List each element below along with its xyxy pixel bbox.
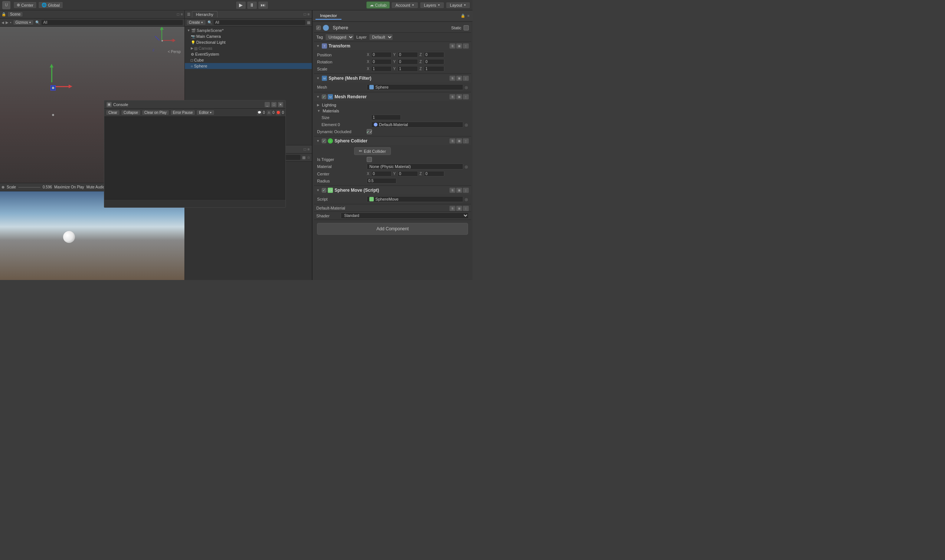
sphere-move-header[interactable]: ▼ ✓ C# Sphere Move (Script) ⎘ ⊞ ⋮ [314,186,471,194]
layer-select[interactable]: Default [369,34,393,40]
lighting-section-header[interactable]: ▶ Lighting [317,102,468,108]
material-header[interactable]: Default-Material ⎘ ⊞ ⋮ [314,205,471,212]
rotation-z-input[interactable] [424,59,444,65]
inspector-tab[interactable]: Inspector [316,12,341,20]
transform-copy-btn[interactable]: ⎘ [450,43,455,49]
collab-button[interactable]: ☁ Collab [366,2,390,9]
sphere-collider-enable-checkbox[interactable]: ✓ [322,139,326,143]
sphere-collider-body: ✏ Edit Collider Is Trigger Material None… [314,145,471,185]
console-error-pause-btn[interactable]: Error Pause [170,110,195,115]
hierarchy-item-cube[interactable]: □ Cube [185,57,312,63]
transform-header[interactable]: ▼ T Transform ⎘ ⊞ ⋮ [314,42,471,50]
center-x-input[interactable] [371,171,392,177]
inspector-header: Inspector 🔒 ≡ [313,11,473,22]
layout-button[interactable]: Layout [446,2,470,9]
element0-value[interactable]: Default-Material [371,122,463,128]
shader-select[interactable]: Standard [341,212,469,219]
rotation-x-input[interactable] [371,59,392,65]
center-z-input[interactable] [424,171,444,177]
position-x-input[interactable] [371,52,392,57]
mesh-filter-copy-btn[interactable]: ⎘ [450,75,455,81]
sphere-collider-copy-btn[interactable]: ⎘ [450,138,455,143]
gizmos-button[interactable]: Gizmos ▼ [13,20,34,25]
materials-size-input[interactable] [371,115,401,120]
mesh-filter-paste-btn[interactable]: ⊞ [456,75,462,81]
hierarchy-item-maincamera[interactable]: 📷 Main Camera [185,33,312,39]
sphere-collider-more-btn[interactable]: ⋮ [463,138,469,143]
scene-search-input[interactable] [41,20,183,25]
position-z-field: Z [419,52,444,57]
rotation-y-input[interactable] [398,59,418,65]
is-trigger-checkbox[interactable] [367,157,372,162]
hierarchy-search-input[interactable] [213,20,306,25]
console-collapse-btn[interactable]: Collapse [121,110,141,115]
hierarchy-filter-icon: ▦ [307,20,310,25]
mesh-filter-header[interactable]: ▼ M Sphere (Mesh Filter) ⎘ ⊞ ⋮ [314,74,471,82]
gizmo-center [162,40,163,42]
materials-section-header[interactable]: ▼ Materials [317,108,468,114]
edit-collider-button[interactable]: ✏ Edit Collider [354,147,390,155]
console-title-bar: ▦ Console _ □ ✕ [104,100,285,109]
hierarchy-item-eventsystem[interactable]: ⚙ EventSystem [185,51,312,57]
material-copy-btn[interactable]: ⎘ [450,206,455,211]
scene-tab[interactable]: Scene [8,11,23,17]
hierarchy-create-btn[interactable]: Create [187,20,206,25]
console-editor-btn[interactable]: Editor [196,110,214,115]
console-close-btn[interactable]: ✕ [278,102,283,107]
materials-size-row: Size [321,114,468,121]
sphere-collider-paste-btn[interactable]: ⊞ [456,138,462,143]
inspector-more-icon: ≡ [467,14,470,18]
play-button[interactable]: ▶ [236,1,246,9]
sphere-move-enable-checkbox[interactable]: ✓ [322,188,326,192]
mesh-filter-more-btn[interactable]: ⋮ [463,75,469,81]
radius-input[interactable] [367,178,396,183]
object-active-checkbox[interactable]: ✓ [316,26,321,30]
sphere-move-paste-btn[interactable]: ⊞ [456,188,462,193]
scale-slider[interactable] [18,187,40,188]
position-z-input[interactable] [424,52,444,57]
account-button[interactable]: Account [391,2,418,9]
hierarchy-item-sphere[interactable]: ○ Sphere [185,63,312,69]
mute-audio-btn[interactable]: Mute Audio [86,185,105,189]
sphere-move-copy-btn[interactable]: ⎘ [450,188,455,193]
global-button[interactable]: 🌐 Global [38,2,63,9]
hierarchy-item-canvas[interactable]: ▧ Canvas [185,45,312,51]
mesh-renderer-header[interactable]: ▼ ✓ M Mesh Renderer ⎘ ⊞ ⋮ [314,93,471,101]
pause-button[interactable]: ⏸ [247,1,257,9]
sphere-move-more-btn[interactable]: ⋮ [463,188,469,193]
scale-y-input[interactable] [398,66,418,72]
add-component-button[interactable]: Add Component [317,223,468,235]
static-checkbox[interactable] [464,25,469,31]
script-value[interactable]: SphereMove [367,196,463,202]
transform-more-btn[interactable]: ⋮ [463,43,469,49]
mesh-renderer-enable-checkbox[interactable]: ✓ [322,95,326,99]
console-clear-on-play-btn[interactable]: Clear on Play [142,110,169,115]
center-y-input[interactable] [398,171,418,177]
scale-z-input[interactable] [424,66,444,72]
dynamic-occluded-checkbox[interactable]: ✓ [367,129,372,134]
mesh-renderer-more-btn[interactable]: ⋮ [463,94,469,99]
scale-x-input[interactable] [371,66,392,72]
transform-paste-btn[interactable]: ⊞ [456,43,462,49]
material-paste-btn[interactable]: ⊞ [456,206,462,211]
material-more-btn[interactable]: ⋮ [463,206,469,211]
sphere-collider-header[interactable]: ▼ ✓ ○ Sphere Collider ⎘ ⊞ ⋮ [314,137,471,145]
hierarchy-item-scene[interactable]: 🎬 SampleScene* [185,28,312,33]
console-minimize-btn[interactable]: _ [265,102,270,107]
mesh-value[interactable]: Sphere [367,84,463,90]
center-button[interactable]: ⊕ Center [13,2,37,9]
mesh-renderer-paste-btn[interactable]: ⊞ [456,94,462,99]
tag-select[interactable]: Untagged [325,34,354,40]
mesh-renderer-copy-btn[interactable]: ⎘ [450,94,455,99]
collider-material-value[interactable]: None (Physic Material) [367,163,463,169]
hierarchy-tab[interactable]: Hierarchy [192,11,217,17]
hierarchy-item-dirlight[interactable]: 💡 Directional Light [185,39,312,45]
console-clear-btn[interactable]: Clear [106,110,120,115]
maximize-on-play-btn[interactable]: Maximize On Play [54,185,84,189]
console-maximize-btn[interactable]: □ [271,102,276,107]
mesh-renderer-body: ▶ Lighting ▼ Materials Size [314,101,471,136]
layers-button[interactable]: Layers [420,2,444,9]
position-y-input[interactable] [398,52,418,57]
step-button[interactable]: ⏭ [258,1,268,9]
object-name-input[interactable] [331,25,449,31]
